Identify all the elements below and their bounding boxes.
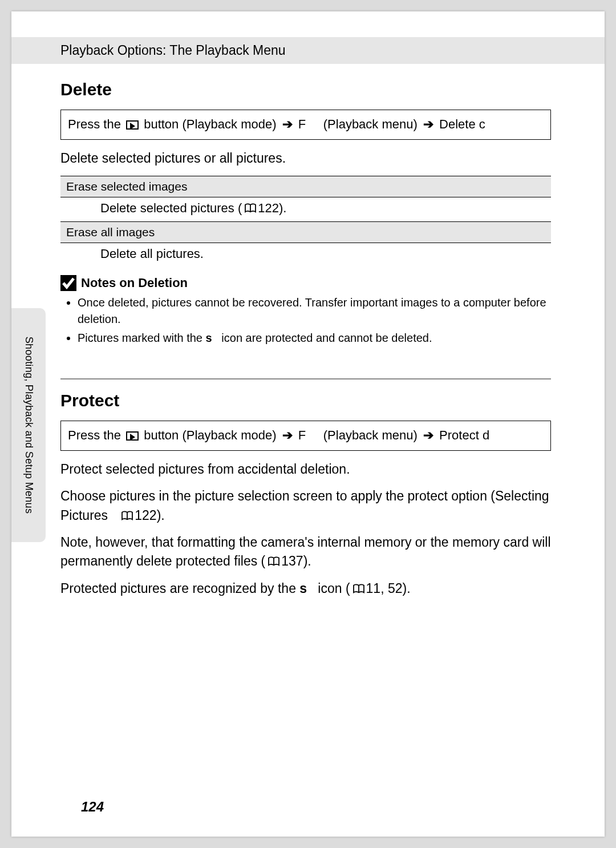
- text: ).: [403, 581, 411, 596]
- notes-title-row: Notes on Deletion: [60, 275, 551, 291]
- notes-list: Once deleted, pictures cannot be recover…: [60, 294, 551, 346]
- book-icon: [121, 507, 133, 518]
- text: ).: [157, 508, 165, 523]
- paragraph: Note, however, that formatting the camer…: [60, 533, 551, 571]
- text: Protected pictures are recognized by the: [60, 581, 299, 596]
- arrow-icon: ➔: [423, 117, 433, 131]
- notes-block: Notes on Deletion Once deleted, pictures…: [60, 275, 551, 346]
- nav-f-label: F: [298, 428, 306, 442]
- arrow-icon: ➔: [282, 117, 293, 131]
- page-ref: 122: [135, 508, 156, 523]
- text: Delete selected pictures (: [100, 201, 242, 215]
- nav-text: button (Playback mode): [140, 428, 280, 442]
- protect-glyph: s: [206, 332, 212, 344]
- text: icon (: [314, 581, 350, 596]
- page-ref: 122: [258, 201, 279, 215]
- chapter-title: Playback Options: The Playback Menu: [60, 43, 286, 58]
- chapter-header: Playback Options: The Playback Menu: [11, 37, 605, 64]
- table-row: Delete selected pictures (122).: [60, 197, 551, 222]
- option-desc: Delete all pictures.: [60, 243, 551, 268]
- page-content: Delete Press the button (Playback mode) …: [60, 74, 551, 606]
- nav-text: (Playback menu): [323, 428, 421, 442]
- nav-text: Protect: [439, 428, 483, 442]
- nav-glyph: d: [483, 428, 489, 442]
- list-item: Pictures marked with the s icon are prot…: [78, 330, 551, 346]
- protect-glyph: s: [299, 581, 307, 596]
- option-title: Erase selected images: [60, 176, 551, 197]
- section-heading-delete: Delete: [60, 80, 551, 99]
- page-number: 124: [81, 799, 104, 815]
- text: ).: [303, 554, 311, 568]
- nav-path-protect: Press the button (Playback mode) ➔ F (Pl…: [60, 421, 551, 451]
- nav-path-delete: Press the button (Playback mode) ➔ F (Pl…: [60, 110, 551, 140]
- nav-text: Delete: [439, 117, 479, 131]
- text: Choose pictures in the picture selection…: [60, 488, 549, 522]
- arrow-icon: ➔: [282, 428, 293, 442]
- arrow-icon: ➔: [423, 428, 433, 442]
- section-intro: Delete selected pictures or all pictures…: [60, 149, 551, 168]
- nav-text: Press the: [68, 117, 124, 131]
- text: ).: [279, 201, 286, 215]
- nav-text: (Playback menu): [323, 117, 421, 131]
- paragraph: Choose pictures in the picture selection…: [60, 487, 551, 525]
- nav-text: button (Playback mode): [140, 117, 280, 131]
- text: icon are protected and cannot be deleted…: [218, 332, 432, 344]
- playback-icon: [126, 431, 139, 441]
- section-heading-protect: Protect: [60, 391, 551, 410]
- side-tab-label: Shooting, Playback and Setup Menus: [23, 337, 35, 514]
- option-title: Erase all images: [60, 222, 551, 243]
- check-icon: [60, 275, 76, 291]
- page-ref: 137: [281, 554, 303, 568]
- side-tab: Shooting, Playback and Setup Menus: [11, 308, 46, 542]
- option-desc: Delete selected pictures (122).: [60, 197, 551, 222]
- book-icon: [352, 580, 365, 591]
- section-divider: [60, 378, 551, 379]
- list-item: Once deleted, pictures cannot be recover…: [78, 294, 551, 328]
- playback-icon: [126, 120, 139, 130]
- nav-text: Press the: [68, 428, 124, 442]
- paragraph: Protected pictures are recognized by the…: [60, 579, 551, 598]
- table-row: Erase all images: [60, 222, 551, 243]
- nav-glyph: c: [479, 117, 485, 131]
- table-row: Delete all pictures.: [60, 243, 551, 268]
- table-row: Erase selected images: [60, 176, 551, 197]
- page-ref: 11, 52: [366, 581, 403, 596]
- paragraph: Protect selected pictures from accidenta…: [60, 460, 551, 479]
- options-table: Erase selected images Delete selected pi…: [60, 176, 551, 267]
- book-icon: [244, 202, 257, 212]
- manual-page: Playback Options: The Playback Menu Shoo…: [11, 11, 605, 837]
- nav-f-label: F: [298, 117, 306, 131]
- notes-title: Notes on Deletion: [81, 276, 188, 290]
- text: Pictures marked with the: [78, 332, 206, 344]
- book-icon: [268, 553, 280, 563]
